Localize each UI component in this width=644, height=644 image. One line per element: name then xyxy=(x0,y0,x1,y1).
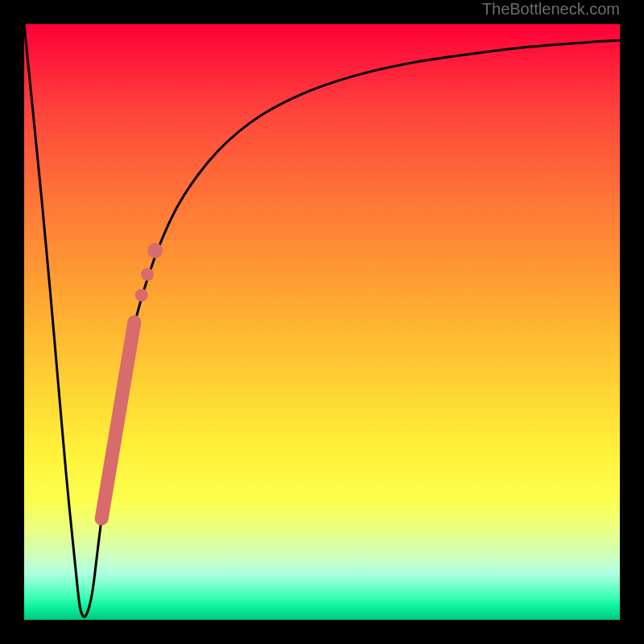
chart-frame: TheBottleneck.com xyxy=(0,0,644,644)
highlight-dot xyxy=(141,268,154,281)
curve-svg xyxy=(24,24,620,620)
highlight-band xyxy=(101,322,134,518)
plot-area xyxy=(24,24,620,620)
watermark-text: TheBottleneck.com xyxy=(482,0,620,19)
bottleneck-curve xyxy=(24,24,620,617)
highlight-dot xyxy=(135,289,148,302)
highlight-markers xyxy=(101,243,163,519)
highlight-dot xyxy=(147,243,163,258)
